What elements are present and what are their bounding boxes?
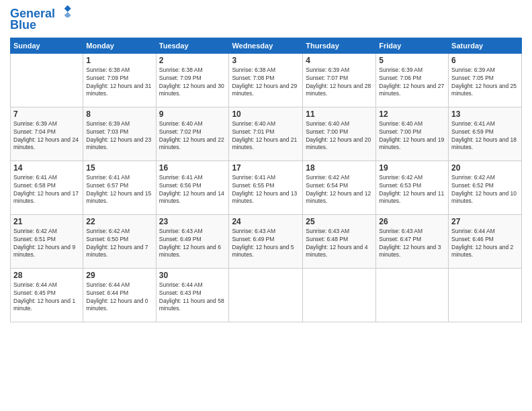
day-info: Sunrise: 6:38 AMSunset: 7:08 PMDaylight:… [232,66,300,99]
day-number: 2 [159,56,226,65]
day-number: 19 [379,163,445,173]
day-of-week-wednesday: Wednesday [229,38,303,53]
day-info: Sunrise: 6:39 AMSunset: 7:03 PMDaylight:… [86,120,152,152]
table-row: 4 Sunrise: 6:39 AMSunset: 7:07 PMDayligh… [303,53,376,107]
day-info: Sunrise: 6:43 AMSunset: 6:47 PMDaylight:… [379,228,445,260]
table-row: 14 Sunrise: 6:41 AMSunset: 6:58 PMDaylig… [11,161,83,214]
day-info: Sunrise: 6:39 AMSunset: 7:07 PMDaylight:… [306,66,373,99]
table-row [11,53,83,107]
day-number: 4 [306,56,373,65]
day-info: Sunrise: 6:41 AMSunset: 6:56 PMDaylight:… [159,174,226,206]
day-info: Sunrise: 6:42 AMSunset: 6:51 PMDaylight:… [13,228,80,260]
day-info: Sunrise: 6:38 AMSunset: 7:09 PMDaylight:… [159,66,226,99]
table-row: 25 Sunrise: 6:43 AMSunset: 6:48 PMDaylig… [303,214,376,268]
day-info: Sunrise: 6:42 AMSunset: 6:54 PMDaylight:… [306,174,373,206]
table-row: 5 Sunrise: 6:39 AMSunset: 7:06 PMDayligh… [376,53,449,107]
day-info: Sunrise: 6:40 AMSunset: 7:00 PMDaylight:… [379,120,445,152]
table-row: 28 Sunrise: 6:44 AMSunset: 6:45 PMDaylig… [11,268,83,322]
table-row: 6 Sunrise: 6:39 AMSunset: 7:05 PMDayligh… [449,53,522,107]
day-number: 27 [451,217,519,226]
day-number: 16 [159,163,226,173]
day-number: 3 [232,56,300,65]
day-info: Sunrise: 6:44 AMSunset: 6:43 PMDaylight:… [159,281,226,314]
table-row: 24 Sunrise: 6:43 AMSunset: 6:49 PMDaylig… [229,214,303,268]
day-info: Sunrise: 6:39 AMSunset: 7:04 PMDaylight:… [13,120,80,152]
table-row: 8 Sunrise: 6:39 AMSunset: 7:03 PMDayligh… [83,107,156,161]
day-number: 20 [451,163,519,173]
day-number: 7 [13,109,80,119]
table-row: 16 Sunrise: 6:41 AMSunset: 6:56 PMDaylig… [156,161,229,214]
day-number: 11 [306,109,373,119]
table-row: 13 Sunrise: 6:41 AMSunset: 6:59 PMDaylig… [449,107,522,161]
day-info: Sunrise: 6:41 AMSunset: 6:55 PMDaylight:… [232,174,300,206]
day-of-week-saturday: Saturday [449,38,522,53]
day-number: 6 [451,56,519,65]
day-info: Sunrise: 6:42 AMSunset: 6:53 PMDaylight:… [379,174,445,206]
table-row [449,268,522,322]
day-info: Sunrise: 6:41 AMSunset: 6:58 PMDaylight:… [13,174,80,206]
table-row: 21 Sunrise: 6:42 AMSunset: 6:51 PMDaylig… [11,214,83,268]
calendar-table: SundayMondayTuesdayWednesdayThursdayFrid… [10,38,522,322]
day-number: 24 [232,217,300,226]
table-row [376,268,449,322]
day-info: Sunrise: 6:43 AMSunset: 6:49 PMDaylight:… [159,228,226,260]
day-number: 29 [86,271,152,280]
day-info: Sunrise: 6:41 AMSunset: 6:59 PMDaylight:… [451,120,519,152]
day-number: 13 [451,109,519,119]
day-of-week-monday: Monday [83,38,156,53]
day-info: Sunrise: 6:43 AMSunset: 6:48 PMDaylight:… [306,228,373,260]
day-number: 26 [379,217,445,226]
table-row [303,268,376,322]
table-row: 20 Sunrise: 6:42 AMSunset: 6:52 PMDaylig… [449,161,522,214]
day-number: 25 [306,217,373,226]
day-of-week-sunday: Sunday [11,38,83,53]
header: General Blue [10,7,522,32]
day-number: 12 [379,109,445,119]
table-row: 3 Sunrise: 6:38 AMSunset: 7:08 PMDayligh… [229,53,303,107]
day-info: Sunrise: 6:39 AMSunset: 7:05 PMDaylight:… [451,66,519,99]
table-row: 12 Sunrise: 6:40 AMSunset: 7:00 PMDaylig… [376,107,449,161]
logo-icon [60,4,73,17]
day-info: Sunrise: 6:43 AMSunset: 6:49 PMDaylight:… [232,228,300,260]
main-container: General Blue SundayMondayTuesdayWednesda… [0,0,532,329]
table-row: 18 Sunrise: 6:42 AMSunset: 6:54 PMDaylig… [303,161,376,214]
day-info: Sunrise: 6:44 AMSunset: 6:45 PMDaylight:… [13,281,80,314]
day-info: Sunrise: 6:40 AMSunset: 7:02 PMDaylight:… [159,120,226,152]
table-row: 23 Sunrise: 6:43 AMSunset: 6:49 PMDaylig… [156,214,229,268]
day-number: 30 [159,271,226,280]
table-row [229,268,303,322]
table-row: 15 Sunrise: 6:41 AMSunset: 6:57 PMDaylig… [83,161,156,214]
day-info: Sunrise: 6:40 AMSunset: 7:00 PMDaylight:… [306,120,373,152]
table-row: 10 Sunrise: 6:40 AMSunset: 7:01 PMDaylig… [229,107,303,161]
day-number: 9 [159,109,226,119]
day-info: Sunrise: 6:42 AMSunset: 6:50 PMDaylight:… [86,228,152,260]
table-row: 11 Sunrise: 6:40 AMSunset: 7:00 PMDaylig… [303,107,376,161]
day-number: 8 [86,109,152,119]
day-info: Sunrise: 6:41 AMSunset: 6:57 PMDaylight:… [86,174,152,206]
day-number: 22 [86,217,152,226]
day-number: 1 [86,56,152,65]
day-number: 14 [13,163,80,173]
day-of-week-friday: Friday [376,38,449,53]
day-number: 17 [232,163,300,173]
day-info: Sunrise: 6:38 AMSunset: 7:09 PMDaylight:… [86,66,152,99]
day-number: 10 [232,109,300,119]
table-row: 2 Sunrise: 6:38 AMSunset: 7:09 PMDayligh… [156,53,229,107]
day-number: 18 [306,163,373,173]
table-row: 7 Sunrise: 6:39 AMSunset: 7:04 PMDayligh… [11,107,83,161]
day-of-week-tuesday: Tuesday [156,38,229,53]
day-number: 23 [159,217,226,226]
table-row: 29 Sunrise: 6:44 AMSunset: 6:44 PMDaylig… [83,268,156,322]
day-info: Sunrise: 6:44 AMSunset: 6:46 PMDaylight:… [451,228,519,260]
table-row: 22 Sunrise: 6:42 AMSunset: 6:50 PMDaylig… [83,214,156,268]
day-info: Sunrise: 6:44 AMSunset: 6:44 PMDaylight:… [86,281,152,314]
table-row: 27 Sunrise: 6:44 AMSunset: 6:46 PMDaylig… [449,214,522,268]
day-number: 21 [13,217,80,226]
day-info: Sunrise: 6:42 AMSunset: 6:52 PMDaylight:… [451,174,519,206]
table-row: 19 Sunrise: 6:42 AMSunset: 6:53 PMDaylig… [376,161,449,214]
day-number: 15 [86,163,152,173]
day-number: 5 [379,56,445,65]
day-info: Sunrise: 6:39 AMSunset: 7:06 PMDaylight:… [379,66,445,99]
day-info: Sunrise: 6:40 AMSunset: 7:01 PMDaylight:… [232,120,300,152]
table-row: 30 Sunrise: 6:44 AMSunset: 6:43 PMDaylig… [156,268,229,322]
